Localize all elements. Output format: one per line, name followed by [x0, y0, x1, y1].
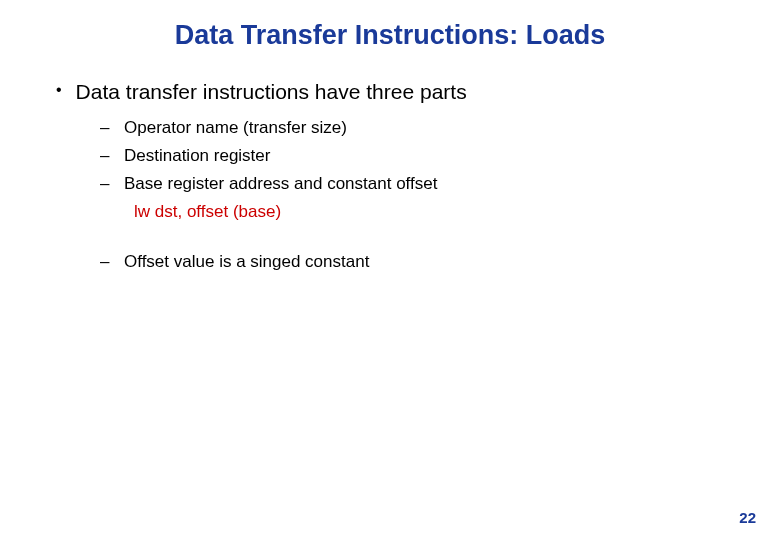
bullet-text: Data transfer instructions have three pa… [76, 79, 467, 105]
slide-title: Data Transfer Instructions: Loads [0, 0, 780, 79]
dash-icon: – [100, 117, 112, 139]
sub-bullet-item: – Offset value is a singed constant [100, 251, 740, 273]
sub-bullet-item: – Base register address and constant off… [100, 173, 740, 195]
dash-icon: – [100, 251, 112, 273]
page-number: 22 [739, 509, 756, 526]
bullet-icon: • [56, 79, 62, 101]
sub-bullet-item: – Destination register [100, 145, 740, 167]
code-example: lw dst, offset (base) [100, 201, 740, 223]
sub-bullet-text: Operator name (transfer size) [124, 117, 347, 139]
spacer [100, 229, 740, 251]
sub-bullet-text: Destination register [124, 145, 270, 167]
bullet-item: • Data transfer instructions have three … [56, 79, 740, 105]
slide: Data Transfer Instructions: Loads • Data… [0, 0, 780, 540]
sub-bullet-list: – Operator name (transfer size) – Destin… [56, 115, 740, 273]
sub-bullet-text: Offset value is a singed constant [124, 251, 369, 273]
sub-bullet-text: Base register address and constant offse… [124, 173, 437, 195]
dash-icon: – [100, 145, 112, 167]
dash-icon: – [100, 173, 112, 195]
slide-content: • Data transfer instructions have three … [0, 79, 780, 273]
sub-bullet-item: – Operator name (transfer size) [100, 117, 740, 139]
